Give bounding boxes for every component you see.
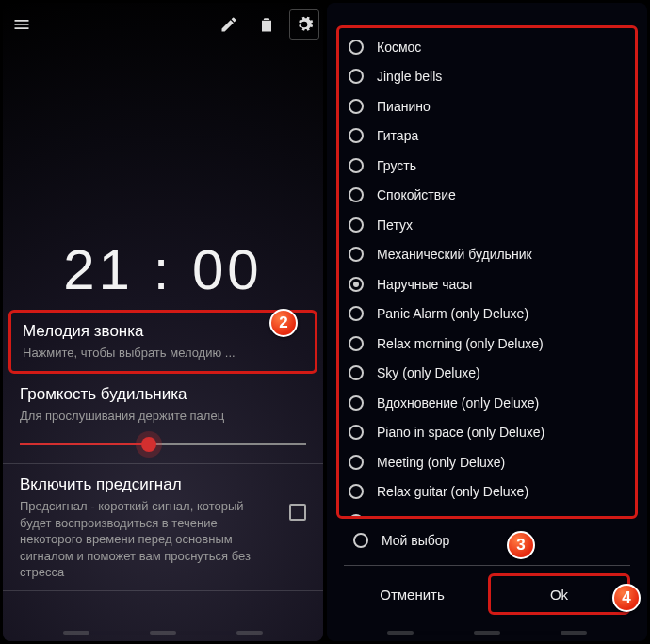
ringtone-option[interactable]: Пианино bbox=[349, 91, 626, 121]
alarm-time[interactable]: 21 : 00 bbox=[63, 237, 263, 302]
ringtone-label: Вдохновение (only Deluxe) bbox=[377, 395, 539, 411]
radio-icon bbox=[349, 455, 364, 470]
divider bbox=[344, 565, 630, 566]
gear-icon[interactable] bbox=[289, 9, 319, 40]
ringtone-subtitle: Нажмите, чтобы выбрать мелодию ... bbox=[23, 345, 303, 362]
ringtone-option[interactable]: Вдохновение (only Deluxe) bbox=[349, 388, 626, 418]
radio-icon bbox=[349, 40, 364, 55]
ringtone-list[interactable]: КосмосJingle bellsПианиноГитараГрустьСпо… bbox=[336, 25, 638, 519]
nav-bar bbox=[327, 624, 647, 641]
ok-label: Ok bbox=[550, 587, 568, 603]
ringtone-label: Meeting (only Deluxe) bbox=[377, 455, 505, 470]
radio-icon bbox=[349, 484, 364, 499]
ringtone-label: Механический будильник bbox=[377, 247, 532, 262]
ringtone-label: Sky (only Deluxe) bbox=[377, 365, 480, 380]
ringtone-label: Гитара bbox=[377, 128, 418, 143]
ringtone-option[interactable]: Jingle bells bbox=[349, 62, 626, 92]
cancel-label: Отменить bbox=[380, 587, 445, 603]
ringtone-label: Наручные часы bbox=[377, 277, 472, 292]
delete-icon[interactable] bbox=[252, 9, 282, 40]
nav-bar bbox=[3, 624, 323, 641]
edit-icon[interactable] bbox=[214, 9, 244, 40]
presignal-checkbox[interactable] bbox=[289, 504, 306, 521]
volume-subtitle: Для прослушивания держите палец bbox=[20, 408, 306, 425]
ringtone-option[interactable]: Piano in space (only Deluxe) bbox=[349, 418, 626, 448]
ringtone-option[interactable]: Panic Alarm (only Deluxe) bbox=[349, 299, 626, 330]
volume-title: Громкость будильника bbox=[20, 385, 306, 404]
ringtone-label: Relax guitar (only Deluxe) bbox=[377, 484, 528, 499]
ringtone-option[interactable]: Космос bbox=[349, 32, 626, 62]
presignal-row[interactable]: Включить предсигнал Предсигнал - коротки… bbox=[3, 464, 323, 591]
radio-icon bbox=[349, 158, 364, 173]
ringtone-option[interactable]: Meeting (only Deluxe) bbox=[349, 447, 626, 477]
ringtone-option[interactable]: Sky (only Deluxe) bbox=[349, 359, 626, 389]
ringtone-label: Piano in space (only Deluxe) bbox=[377, 425, 544, 440]
ringtone-option[interactable]: Грусть bbox=[349, 151, 626, 181]
radio-icon bbox=[349, 277, 364, 292]
ringtone-label: Panic Alarm (only Deluxe) bbox=[377, 306, 528, 321]
ringtone-label: Грусть bbox=[377, 158, 416, 173]
radio-icon bbox=[349, 514, 364, 519]
radio-icon bbox=[349, 69, 364, 84]
ok-button[interactable]: Ok bbox=[488, 573, 630, 615]
radio-icon bbox=[349, 187, 364, 202]
ringtone-option[interactable]: Зелёный лес (only Deluxe) bbox=[349, 507, 626, 519]
menu-icon[interactable] bbox=[7, 9, 37, 40]
ringtone-option[interactable]: Наручные часы bbox=[349, 269, 626, 299]
volume-slider[interactable] bbox=[20, 435, 306, 454]
radio-icon bbox=[349, 365, 364, 380]
radio-icon bbox=[349, 425, 364, 440]
radio-icon bbox=[349, 99, 364, 114]
step-badge-3: 3 bbox=[507, 531, 535, 559]
ringtone-option[interactable]: Relax guitar (only Deluxe) bbox=[349, 477, 626, 507]
presignal-subtitle: Предсигнал - короткий сигнал, который бу… bbox=[20, 498, 278, 581]
ringtone-label: Пианино bbox=[377, 99, 431, 114]
radio-icon bbox=[349, 128, 364, 143]
presignal-title: Включить предсигнал bbox=[20, 475, 278, 494]
ringtone-label: Зелёный лес (only Deluxe) bbox=[377, 514, 538, 519]
ringtone-option-mychoice[interactable]: Мой выбор bbox=[353, 533, 449, 548]
ringtone-label: Relax morning (only Deluxe) bbox=[377, 336, 544, 351]
step-badge-4: 4 bbox=[612, 584, 641, 612]
ringtone-label: Спокойствие bbox=[377, 187, 456, 202]
radio-icon bbox=[349, 336, 364, 351]
volume-row: Громкость будильника Для прослушивания д… bbox=[3, 374, 323, 465]
radio-icon bbox=[353, 533, 368, 548]
dialog-buttons: Отменить Ok bbox=[344, 573, 630, 615]
ringtone-label: Космос bbox=[377, 40, 421, 55]
ringtone-option[interactable]: Гитара bbox=[349, 121, 626, 152]
ringtone-label: Петух bbox=[377, 217, 413, 233]
ringtone-title: Мелодия звонка bbox=[23, 322, 303, 341]
step-badge-2: 2 bbox=[269, 309, 298, 337]
toolbar bbox=[3, 3, 323, 46]
cancel-button[interactable]: Отменить bbox=[344, 573, 480, 615]
radio-icon bbox=[349, 306, 364, 321]
ringtone-picker-dialog: КосмосJingle bellsПианиноГитараГрустьСпо… bbox=[327, 3, 647, 641]
ringtone-label: Jingle bells bbox=[377, 69, 442, 84]
ringtone-option[interactable]: Механический будильник bbox=[349, 240, 626, 270]
ringtone-option[interactable]: Relax morning (only Deluxe) bbox=[349, 329, 626, 359]
radio-icon bbox=[349, 217, 364, 233]
ringtone-option[interactable]: Петух bbox=[349, 210, 626, 240]
radio-icon bbox=[349, 247, 364, 262]
radio-icon bbox=[349, 395, 364, 411]
ringtone-option[interactable]: Спокойствие bbox=[349, 181, 626, 211]
ringtone-label: Мой выбор bbox=[382, 533, 449, 548]
clock-display: 21 : 00 bbox=[3, 46, 323, 310]
